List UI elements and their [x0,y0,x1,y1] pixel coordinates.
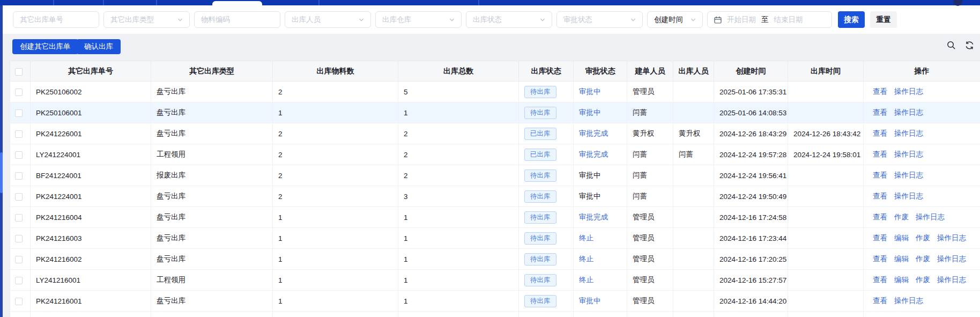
material-count-cell: 1 [273,291,398,312]
total-qty-cell: 1 [398,102,519,123]
action-operation-log[interactable]: 操作日志 [894,87,923,97]
table-row: BF241224001报废出库22待出库审批中闫蔷2024-12-24 19:5… [10,165,980,186]
approval-status-link[interactable]: 审批中 [579,108,601,116]
row-checkbox[interactable] [15,130,23,138]
row-checkbox[interactable] [15,109,23,117]
action-operation-log[interactable]: 操作日志 [894,296,923,306]
action-view[interactable]: 查看 [873,171,887,180]
filter-order-no[interactable]: 其它出库单号 [13,11,99,28]
action-view[interactable]: 查看 [873,129,887,138]
action-invalidate[interactable]: 作废 [894,212,909,222]
creator-cell: 管理员 [627,270,673,291]
action-view[interactable]: 查看 [873,212,887,222]
refresh-icon[interactable] [964,40,975,50]
order-number-cell: PK241226001 [31,123,151,144]
action-view[interactable]: 查看 [873,254,887,264]
action-edit[interactable]: 编辑 [894,254,909,264]
outbound-type-cell: 盘亏出库 [151,82,273,102]
filter-outbound-type[interactable]: 其它出库类型 [103,11,190,28]
select-all-checkbox[interactable] [15,68,23,76]
action-invalidate[interactable]: 作废 [916,233,930,243]
row-checkbox[interactable] [15,214,23,222]
action-view[interactable]: 查看 [873,296,887,306]
row-checkbox[interactable] [15,298,23,305]
filter-placeholder: 出库状态 [473,15,502,25]
action-operation-log[interactable]: 操作日志 [916,212,945,222]
outbound-status-cell: 待出库 [519,249,574,270]
row-checkbox[interactable] [15,193,23,201]
material-count-cell: 2 [273,123,398,144]
outbound-person-cell [673,82,714,102]
confirm-outbound-button[interactable]: 确认出库 [77,39,121,54]
row-checkbox[interactable] [15,256,23,263]
action-edit[interactable]: 编辑 [894,275,909,285]
creator-cell: 管理员 [627,291,673,312]
approval-status-link[interactable]: 终止 [579,276,593,284]
action-operation-log[interactable]: 操作日志 [894,129,923,138]
active-tab[interactable] [212,1,262,5]
row-checkbox[interactable] [15,277,23,284]
outbound-person-cell: 黄升权 [673,123,714,144]
approval-status-cell: 审批完成 [574,123,627,144]
approval-status-link[interactable]: 审批中 [579,87,601,95]
table-row: PK241216004盘亏出库11待出库审批完成管理员2024-12-16 17… [10,207,980,228]
reset-button[interactable]: 重置 [870,11,897,28]
outbound-time-cell [788,186,864,207]
approval-status-link[interactable]: 审批中 [579,297,601,305]
approval-status-cell: 终止 [574,249,627,270]
order-number-cell: PK241216004 [31,207,151,228]
approval-status-link[interactable]: 审批完成 [579,150,608,158]
action-view[interactable]: 查看 [873,108,887,117]
outbound-time-cell [788,165,864,186]
tab-divider [103,0,104,5]
outbound-type-cell: 报废出库 [151,165,273,186]
action-operation-log[interactable]: 操作日志 [894,150,923,159]
sidebar-scrollbar-thumb[interactable] [0,152,3,193]
start-date-placeholder[interactable]: 开始日期 [727,15,756,25]
total-qty-cell: 1 [398,249,519,270]
approval-status-link[interactable]: 终止 [579,234,593,242]
outbound-person-cell [673,207,714,228]
search-icon[interactable] [946,40,956,50]
filter-outbound-person[interactable]: 出库人员 [285,11,371,28]
approval-status-link[interactable]: 审批完成 [579,213,608,221]
row-checkbox[interactable] [15,172,23,180]
action-operation-log[interactable]: 操作日志 [937,254,966,264]
action-view[interactable]: 查看 [873,275,887,285]
action-operation-log[interactable]: 操作日志 [894,191,923,201]
action-operation-log[interactable]: 操作日志 [894,108,923,117]
end-date-placeholder[interactable]: 结束日期 [774,15,803,25]
filter-warehouse[interactable]: 出库仓库 [375,11,462,28]
date-range-picker[interactable]: 开始日期 至 结束日期 [707,11,832,28]
time-type-select[interactable]: 创建时间 [647,11,703,28]
row-checkbox-cell [10,82,31,102]
approval-status-link[interactable]: 终止 [579,255,593,263]
action-operation-log[interactable]: 操作日志 [937,233,966,243]
create-outbound-order-button[interactable]: 创建其它出库单 [12,39,78,54]
table-row: LY241216001工程领用11待出库终止管理员2024-12-16 15:2… [10,270,980,291]
outbound-type-cell: 工程领用 [151,144,273,165]
outbound-person-cell [673,228,714,249]
approval-status-cell: 审批完成 [574,207,627,228]
action-invalidate[interactable]: 作废 [916,275,930,285]
left-sidebar-rail [0,5,3,317]
action-view[interactable]: 查看 [873,150,887,159]
table-row: PK241216001盘亏出库11待出库审批中管理员2024-12-16 14:… [10,291,980,312]
filter-material-code[interactable]: 物料编码 [194,11,280,28]
row-checkbox[interactable] [15,151,23,159]
action-edit[interactable]: 编辑 [894,233,909,243]
outbound-type-cell: 盘亏出库 [151,228,273,249]
action-view[interactable]: 查看 [873,191,887,201]
filter-outbound-status[interactable]: 出库状态 [466,11,552,28]
row-checkbox[interactable] [15,89,23,96]
action-view[interactable]: 查看 [873,233,887,243]
search-button[interactable]: 搜索 [838,11,865,28]
row-checkbox-cell [10,291,31,312]
action-operation-log[interactable]: 操作日志 [894,171,923,180]
approval-status-link[interactable]: 审批完成 [579,129,608,137]
filter-approval-status[interactable]: 审批状态 [556,11,643,28]
action-view[interactable]: 查看 [873,87,887,97]
action-invalidate[interactable]: 作废 [916,254,930,264]
action-operation-log[interactable]: 操作日志 [937,275,966,285]
row-checkbox[interactable] [15,235,23,242]
